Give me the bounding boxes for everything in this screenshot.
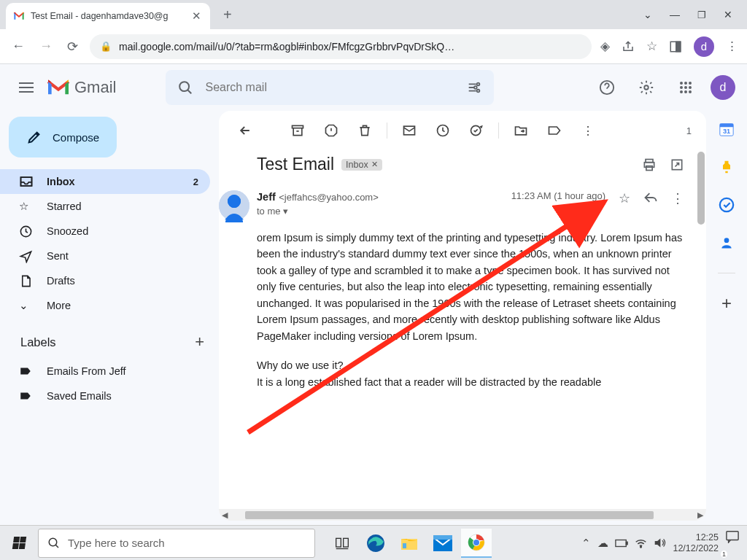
svg-rect-48 — [616, 540, 626, 546]
vertical-scrollbar[interactable] — [697, 152, 705, 225]
reload-icon[interactable]: ⟳ — [64, 36, 81, 58]
svg-point-3 — [477, 83, 480, 86]
settings-gear-icon[interactable] — [632, 73, 661, 102]
tasks-icon[interactable] — [719, 197, 735, 213]
share-icon[interactable] — [622, 40, 635, 53]
start-button[interactable] — [4, 529, 34, 558]
gmail-app: Gmail d Compose Inbox 2 — [0, 64, 747, 525]
compose-button[interactable]: Compose — [9, 117, 117, 158]
mail-app-icon[interactable] — [427, 529, 458, 558]
reply-icon[interactable] — [643, 190, 658, 205]
nav-more[interactable]: ⌄ More — [0, 293, 210, 318]
sender-avatar[interactable] — [219, 190, 249, 221]
add-addon-icon[interactable]: + — [719, 295, 735, 311]
close-window-icon[interactable]: ✕ — [724, 9, 732, 20]
label-emails-from-jeff[interactable]: Emails From Jeff — [0, 359, 210, 384]
spam-icon[interactable] — [317, 116, 346, 145]
search-icon[interactable] — [177, 79, 193, 96]
labels-title: Labels — [20, 335, 56, 349]
profile-avatar[interactable]: d — [694, 36, 714, 57]
browser-tab[interactable]: Test Email - dagenhamdave30@g ✕ — [6, 3, 210, 29]
star-email-icon[interactable]: ☆ — [619, 190, 630, 206]
close-tab-icon[interactable]: ✕ — [190, 8, 203, 24]
back-to-inbox-icon[interactable] — [231, 116, 260, 145]
tray-chevron-icon[interactable]: ⌃ — [581, 537, 591, 550]
onedrive-icon[interactable]: ☁ — [597, 537, 608, 550]
move-to-icon[interactable] — [506, 116, 535, 145]
scroll-right-icon[interactable]: ▶ — [694, 510, 706, 520]
more-actions-icon[interactable]: ⋮ — [573, 116, 603, 145]
edge-icon[interactable] — [360, 529, 391, 558]
minimize-icon[interactable]: — — [670, 9, 680, 20]
bookmark-star-icon[interactable]: ☆ — [646, 39, 657, 54]
search-input[interactable] — [205, 81, 454, 94]
svg-rect-41 — [403, 543, 406, 548]
account-avatar[interactable]: d — [711, 75, 735, 100]
email-timestamp: 11:23 AM (1 hour ago) — [511, 190, 605, 201]
nav-drafts[interactable]: Drafts — [0, 268, 210, 293]
nav-inbox[interactable]: Inbox 2 — [0, 169, 210, 194]
chrome-icon[interactable] — [461, 529, 492, 558]
calendar-icon[interactable]: 31 — [719, 121, 735, 137]
kebab-menu-icon[interactable]: ⋮ — [726, 39, 738, 54]
chevron-down-icon[interactable]: ⌄ — [643, 9, 652, 20]
nav-starred[interactable]: ☆ Starred — [0, 194, 210, 219]
search-options-icon[interactable] — [466, 79, 482, 96]
pencil-icon — [26, 129, 42, 145]
labels-icon[interactable] — [540, 116, 569, 145]
mark-unread-icon[interactable] — [395, 116, 424, 145]
sender-name: Jeff — [257, 191, 276, 203]
archive-icon[interactable] — [283, 116, 312, 145]
recipient-line[interactable]: to me ▾ — [257, 206, 501, 217]
email-view: ⋮ 1 Test Email Inbox ✕ — [219, 111, 706, 521]
nav-label: Snoozed — [47, 225, 88, 237]
new-tab-button[interactable]: + — [216, 2, 239, 28]
svg-point-11 — [680, 86, 683, 89]
maximize-icon[interactable]: ❐ — [697, 9, 706, 20]
contacts-icon[interactable] — [719, 235, 735, 251]
task-view-icon[interactable] — [327, 529, 357, 558]
taskbar-clock[interactable]: 12:25 12/12/2022 — [673, 532, 719, 553]
gmail-logo[interactable]: Gmail — [47, 78, 116, 97]
keep-icon[interactable] — [719, 159, 735, 175]
scroll-thumb[interactable] — [245, 511, 654, 519]
snooze-icon[interactable] — [428, 116, 457, 145]
inbox-chip[interactable]: Inbox ✕ — [341, 159, 382, 171]
nav-label: Inbox — [47, 176, 75, 187]
svg-point-28 — [219, 190, 249, 221]
nav-sent[interactable]: Sent — [0, 244, 210, 268]
horizontal-scrollbar[interactable]: ◀ ▶ — [219, 509, 706, 521]
svg-rect-38 — [344, 538, 349, 547]
gmail-m-icon — [47, 79, 70, 96]
extension-icon[interactable]: ◈ — [600, 39, 610, 54]
svg-point-7 — [644, 85, 649, 90]
add-label-icon[interactable]: + — [195, 332, 204, 351]
label-icon — [19, 389, 34, 402]
page-indicator: 1 — [686, 125, 694, 136]
back-icon[interactable]: ← — [9, 36, 28, 57]
reading-list-icon[interactable] — [669, 40, 682, 53]
add-to-tasks-icon[interactable] — [462, 116, 491, 145]
nav-snoozed[interactable]: Snoozed — [0, 219, 210, 244]
taskbar-search[interactable]: Type here to search — [38, 529, 315, 558]
open-new-window-icon[interactable] — [670, 158, 684, 172]
notifications-icon[interactable]: 1 — [725, 530, 740, 556]
wifi-icon[interactable] — [635, 538, 647, 548]
file-explorer-icon[interactable] — [394, 529, 425, 558]
scroll-left-icon[interactable]: ◀ — [219, 510, 231, 520]
apps-grid-icon[interactable] — [671, 73, 700, 102]
label-saved-emails[interactable]: Saved Emails — [0, 384, 210, 408]
svg-point-12 — [684, 86, 687, 89]
search-box[interactable] — [166, 70, 494, 105]
volume-icon[interactable] — [654, 537, 666, 548]
help-icon[interactable] — [592, 73, 622, 102]
forward-icon[interactable]: → — [36, 36, 55, 57]
email-more-icon[interactable]: ⋮ — [671, 190, 684, 206]
delete-icon[interactable] — [350, 116, 379, 145]
url-input[interactable]: 🔒 mail.google.com/mail/u/0/?tab=rm&ogbl#… — [90, 34, 592, 59]
svg-rect-19 — [293, 125, 303, 128]
print-icon[interactable] — [642, 158, 657, 172]
battery-icon[interactable] — [615, 539, 628, 548]
main-menu-button[interactable] — [12, 79, 41, 96]
email-subject: Test Email — [257, 155, 334, 174]
